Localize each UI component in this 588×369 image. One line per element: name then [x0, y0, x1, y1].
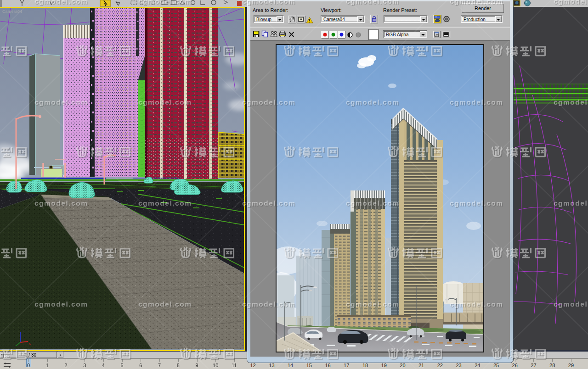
svg-text:x: x — [29, 341, 31, 346]
svg-text:Camera04: Camera04 — [2, 9, 22, 14]
